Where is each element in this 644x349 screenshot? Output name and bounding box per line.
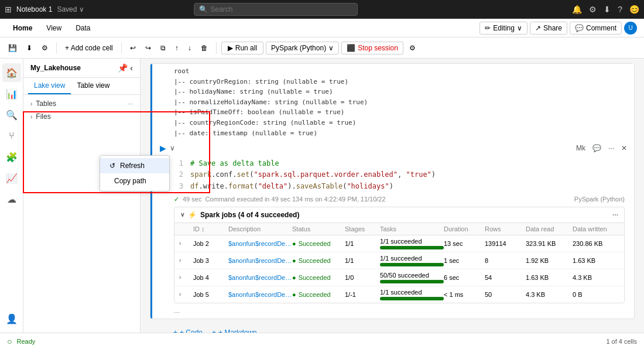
check-circle-icon-4: ● <box>292 274 296 281</box>
cell-close-icon[interactable]: ✕ <box>619 143 629 153</box>
notification-icon[interactable]: 🔔 <box>572 5 582 14</box>
job-3-desc[interactable]: $anonfun$recordDeltaOperation$5 at Synap… <box>228 257 292 264</box>
sidebar-data-icon[interactable]: 📊 <box>2 84 21 103</box>
menu-home[interactable]: Home <box>7 22 38 35</box>
settings-cell-button[interactable]: ⚙ <box>38 42 52 54</box>
move-down-button[interactable]: ⬇ <box>23 42 36 54</box>
download-icon[interactable]: ⬇ <box>604 5 611 14</box>
redo-button[interactable]: ↪ <box>142 42 155 54</box>
root-line-2: |-- holidayName: string (nullable = true… <box>174 87 625 97</box>
col-id[interactable]: ID ↕ <box>193 225 228 232</box>
job-3-chevron[interactable]: › <box>179 257 193 264</box>
spark-jobs-more[interactable]: ··· <box>612 211 618 219</box>
job-5-data-written: 0 B <box>573 291 619 298</box>
menu-data[interactable]: Data <box>70 22 96 35</box>
user-icon[interactable]: 😊 <box>629 5 639 14</box>
job-2-duration: 13 sec <box>444 240 485 247</box>
cell-run-down-button[interactable]: ∨ <box>170 144 175 152</box>
job-4-data-written: 4.3 KB <box>573 274 619 281</box>
play-icon: ▶ <box>228 44 233 52</box>
undo-button[interactable]: ↩ <box>126 42 139 54</box>
progress-bar-3 <box>380 263 444 266</box>
chevron-down-icon: ∨ <box>328 44 334 52</box>
spark-jobs: ∨ ⚡ Spark jobs (4 of 4 succeeded) ··· ID… <box>174 207 625 303</box>
spark-jobs-table-header: ID ↕ Description Status Stages Tasks Dur… <box>174 223 624 235</box>
job-5-chevron[interactable]: › <box>179 291 193 297</box>
pin-icon[interactable]: 📌 <box>118 63 128 73</box>
root-line-3: |-- normalizeHolidayName: string (nullab… <box>174 97 625 108</box>
cell-exec-info: ✓ 49 sec Command executed in 49 sec 134 … <box>150 194 634 204</box>
job-2-chevron[interactable]: › <box>179 240 193 247</box>
search-bar[interactable]: 🔍 <box>194 3 358 16</box>
job-4-desc[interactable]: $anonfun$recordDeltaOperation$5 at Synap… <box>228 274 292 281</box>
job-3-id: Job 3 <box>193 257 228 264</box>
status-ready: Ready <box>16 338 35 345</box>
notebook-area[interactable]: root |-- countryOrRegion: string (nullab… <box>141 59 644 333</box>
menu-view[interactable]: View <box>40 22 67 35</box>
tab-lake-view[interactable]: Lake view <box>28 78 71 94</box>
code-line-3: 3 df.write.format("delta").saveAsTable("… <box>174 181 625 192</box>
sidebar-chart-icon[interactable]: 📈 <box>2 169 21 187</box>
job-5-desc[interactable]: $anonfun$recordDeltaOperation$5 at Synap… <box>228 291 292 298</box>
move-up-button[interactable]: ↑ <box>172 42 182 54</box>
editing-button[interactable]: ✏ Editing ∨ <box>479 22 527 35</box>
sidebar-search-icon[interactable]: 🔍 <box>2 105 21 124</box>
exec-check-icon: ✓ <box>174 196 179 203</box>
root-line-5: |-- countryRegionCode: string (nullable … <box>174 118 625 128</box>
stop-session-button[interactable]: ⬛ Stop session <box>341 42 403 54</box>
sidebar-cloud-icon[interactable]: ☁ <box>2 190 21 208</box>
more-options-button[interactable]: ⚙ <box>406 42 419 54</box>
plus-icon-2: + <box>212 329 216 333</box>
add-markdown-button[interactable]: + + Markdown <box>212 329 257 333</box>
move-cell-down-button[interactable]: ↓ <box>184 42 195 54</box>
tree-files[interactable]: › Files <box>23 110 140 123</box>
save-button[interactable]: 💾 <box>5 42 20 54</box>
sidebar-home-icon[interactable]: 🏠 <box>2 63 21 82</box>
sidebar-person-icon[interactable]: 👤 <box>2 309 21 328</box>
add-code-button[interactable]: + + Code <box>173 329 203 333</box>
progress-bar-4 <box>380 280 444 283</box>
chevron-down-icon: ∨ <box>517 24 522 32</box>
pyspark-selector[interactable]: PySpark (Python) ∨ <box>266 42 339 54</box>
markdown-icon[interactable]: Mk <box>574 143 588 153</box>
col-rows: Rows <box>485 225 526 232</box>
search-input[interactable] <box>210 5 352 13</box>
col-stages: Stages <box>345 225 380 232</box>
tab-table-view[interactable]: Table view <box>71 78 115 94</box>
check-circle-icon-3: ● <box>292 257 296 264</box>
chevron-right-icon: › <box>30 101 32 107</box>
sidebar-git-icon[interactable]: ⑂ <box>2 126 21 145</box>
chevron-left-icon[interactable]: ‹ <box>130 63 133 73</box>
add-cell-bar: + + Code + + Markdown <box>150 324 635 333</box>
help-icon[interactable]: ? <box>618 5 622 14</box>
job-4-chevron[interactable]: › <box>179 274 193 280</box>
job-4-duration: 6 sec <box>444 274 485 281</box>
context-menu-refresh[interactable]: ↺ Refresh <box>100 158 169 173</box>
job-2-desc[interactable]: $anonfun$recordDeltaOperation$5 at Synap… <box>228 240 292 247</box>
tables-more-icon[interactable]: ··· <box>128 100 133 107</box>
share-button[interactable]: ↗ Share <box>530 22 567 35</box>
context-menu-copy-path[interactable]: Copy path <box>100 173 169 189</box>
col-data-written: Data written <box>573 225 619 232</box>
user-avatar[interactable]: U <box>624 22 637 35</box>
notebook-name[interactable]: Notebook 1 <box>16 5 52 13</box>
delete-button[interactable]: 🗑 <box>197 42 211 54</box>
settings-icon[interactable]: ⚙ <box>589 5 597 14</box>
app-logo: ⊞ <box>5 5 12 14</box>
job-row-4: › Job 4 $anonfun$recordDeltaOperation$5 … <box>174 269 624 286</box>
cell-more-icon[interactable]: ··· <box>606 143 616 153</box>
run-all-button[interactable]: ▶ Run all <box>221 42 263 54</box>
cell-run-button[interactable]: ▶ <box>160 143 166 153</box>
saved-indicator[interactable]: Saved ∨ <box>57 5 84 13</box>
main-layout: 🏠 📊 🔍 ⑂ 🧩 📈 ☁ 👤 My_Lakehouse 📌 ‹ Lake vi… <box>0 59 644 333</box>
add-code-cell-button[interactable]: + Add code cell <box>61 42 117 54</box>
tree-tables[interactable]: › Tables ··· <box>23 97 140 110</box>
stop-icon: ⬛ <box>347 44 355 52</box>
chat-icon[interactable]: 💬 <box>590 143 604 153</box>
sidebar-extensions-icon[interactable]: 🧩 <box>2 148 21 166</box>
comment-button[interactable]: 💬 Comment <box>570 22 622 35</box>
spark-jobs-chevron[interactable]: ∨ <box>180 211 184 218</box>
root-line-4: |-- isPaidTimeOff: boolean (nullable = t… <box>174 107 625 118</box>
job-3-data-written: 1.63 KB <box>573 257 619 264</box>
copy-button[interactable]: ⧉ <box>157 42 169 54</box>
